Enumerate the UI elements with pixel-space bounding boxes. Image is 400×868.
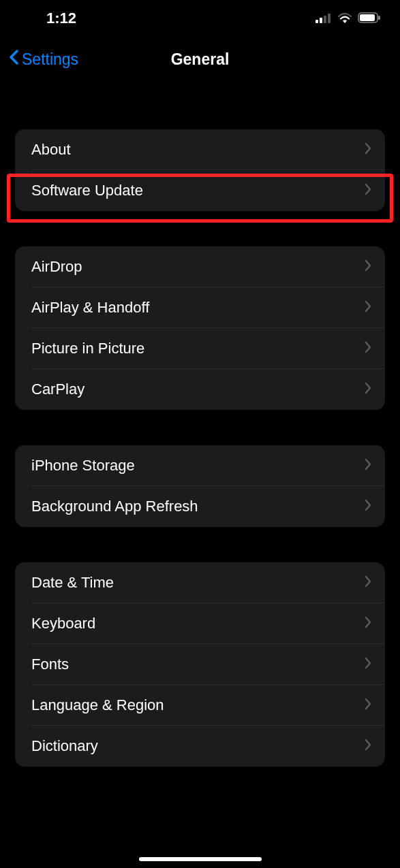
chevron-right-icon xyxy=(365,142,371,157)
row-label: iPhone Storage xyxy=(31,457,135,475)
nav-bar: Settings General xyxy=(0,37,400,82)
chevron-right-icon xyxy=(365,698,371,713)
wifi-icon xyxy=(337,10,352,27)
row-date-time[interactable]: Date & Time xyxy=(15,562,385,603)
settings-group-3: iPhone Storage Background App Refresh xyxy=(15,445,385,527)
battery-icon xyxy=(358,10,381,27)
row-keyboard[interactable]: Keyboard xyxy=(15,603,385,644)
status-time: 1:12 xyxy=(46,10,76,27)
row-iphone-storage[interactable]: iPhone Storage xyxy=(15,445,385,486)
content: About Software Update AirDrop AirPlay & … xyxy=(0,129,400,767)
row-airdrop[interactable]: AirDrop xyxy=(15,246,385,287)
svg-rect-0 xyxy=(316,20,318,23)
status-indicators xyxy=(316,10,381,27)
back-button[interactable]: Settings xyxy=(8,49,78,69)
row-label: CarPlay xyxy=(31,381,84,398)
svg-rect-3 xyxy=(328,14,330,23)
row-dictionary[interactable]: Dictionary xyxy=(15,726,385,767)
row-label: AirDrop xyxy=(31,258,82,276)
row-label: Fonts xyxy=(31,656,69,673)
settings-group-4: Date & Time Keyboard Fonts Language & Re… xyxy=(15,562,385,767)
row-label: Software Update xyxy=(31,182,143,199)
chevron-right-icon xyxy=(365,341,371,356)
chevron-right-icon xyxy=(365,657,371,672)
chevron-right-icon xyxy=(365,575,371,590)
row-background-app-refresh[interactable]: Background App Refresh xyxy=(15,486,385,527)
page-title: General xyxy=(171,50,230,69)
row-software-update[interactable]: Software Update xyxy=(15,170,385,211)
back-label: Settings xyxy=(22,50,78,69)
chevron-left-icon xyxy=(8,49,19,69)
row-about[interactable]: About xyxy=(15,129,385,170)
chevron-right-icon xyxy=(365,382,371,397)
status-bar: 1:12 xyxy=(0,0,400,37)
svg-rect-2 xyxy=(324,16,326,23)
chevron-right-icon xyxy=(365,259,371,274)
settings-group-2: AirDrop AirPlay & Handoff Picture in Pic… xyxy=(15,246,385,410)
row-label: About xyxy=(31,141,71,159)
chevron-right-icon xyxy=(365,499,371,514)
svg-rect-5 xyxy=(360,14,375,21)
chevron-right-icon xyxy=(365,458,371,473)
row-airplay-handoff[interactable]: AirPlay & Handoff xyxy=(15,287,385,328)
row-label: Picture in Picture xyxy=(31,340,144,357)
chevron-right-icon xyxy=(365,300,371,315)
row-fonts[interactable]: Fonts xyxy=(15,644,385,685)
row-label: Background App Refresh xyxy=(31,498,198,515)
row-picture-in-picture[interactable]: Picture in Picture xyxy=(15,328,385,369)
row-label: Keyboard xyxy=(31,615,95,632)
svg-rect-1 xyxy=(320,18,322,23)
svg-rect-6 xyxy=(378,16,380,20)
settings-group-1: About Software Update xyxy=(15,129,385,211)
chevron-right-icon xyxy=(365,739,371,754)
row-label: AirPlay & Handoff xyxy=(31,299,149,317)
row-label: Language & Region xyxy=(31,696,164,714)
cellular-icon xyxy=(316,10,332,27)
chevron-right-icon xyxy=(365,183,371,198)
row-label: Date & Time xyxy=(31,574,114,592)
row-carplay[interactable]: CarPlay xyxy=(15,369,385,410)
home-indicator[interactable] xyxy=(139,857,262,861)
row-language-region[interactable]: Language & Region xyxy=(15,685,385,726)
row-label: Dictionary xyxy=(31,737,98,755)
chevron-right-icon xyxy=(365,616,371,631)
